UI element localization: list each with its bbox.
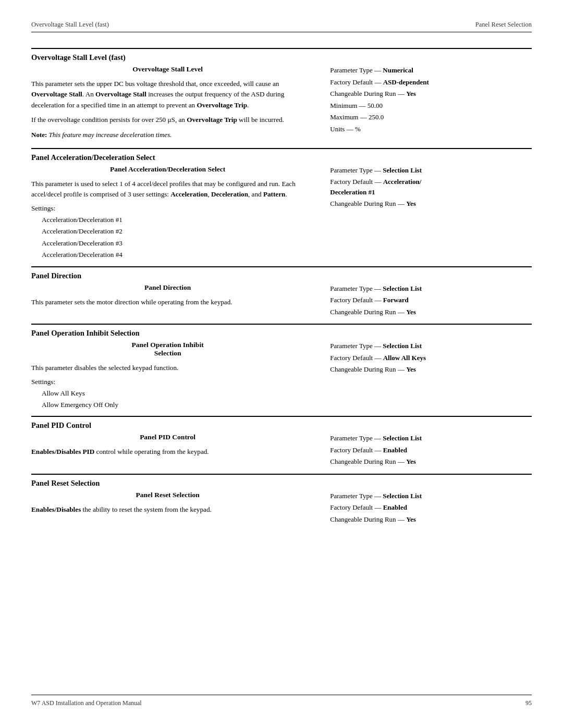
minimum-overvoltage: Minimum — 50.00 [330, 101, 532, 111]
header-right: Panel Reset Selection [475, 21, 532, 29]
units-overvoltage: Units — % [330, 124, 532, 134]
direction-desc1: This parameter sets the motor direction … [31, 297, 304, 307]
changeable-accel-decel: Changeable During Run — Yes [330, 199, 532, 209]
factory-default-inhibit: Factory Default — Allow All Keys [330, 353, 532, 363]
changeable-pid: Changeable During Run — Yes [330, 456, 532, 467]
right-col-pid: Parameter Type — Selection List Factory … [320, 433, 532, 468]
accel-decel-settings-list: Acceleration/Deceleration #1 Acceleratio… [31, 214, 304, 261]
overvoltage-note: Note: This feature may increase decelera… [31, 130, 304, 140]
section-content-inhibit: Panel Operation Inhibit Selection This p… [31, 341, 532, 416]
left-col-direction: Panel Direction This parameter sets the … [31, 283, 320, 319]
inhibit-desc1: This parameter disables the selected key… [31, 363, 304, 373]
section-panel-reset-selection: Panel Reset Selection Panel Reset Select… [31, 474, 532, 532]
left-col-pid: Panel PID Control Enables/Disables PID c… [31, 433, 320, 468]
right-col-accel-decel: Parameter Type — Selection List Factory … [320, 165, 532, 261]
left-col-inhibit: Panel Operation Inhibit Selection This p… [31, 341, 320, 411]
factory-default-reset: Factory Default — Enabled [330, 502, 532, 513]
header-left: Overvoltage Stall Level (fast) [31, 21, 109, 29]
section-content-direction: Panel Direction This parameter sets the … [31, 283, 532, 324]
changeable-overvoltage: Changeable During Run — Yes [330, 89, 532, 99]
reset-desc1: Enables/Disables the ability to reset th… [31, 504, 304, 515]
param-title-inhibit-line2: Selection [154, 349, 181, 357]
list-item: Allow Emergency Off Only [42, 399, 304, 411]
inhibit-settings-label: Settings: [31, 378, 304, 386]
param-type-accel-decel: Parameter Type — Selection List [330, 165, 532, 176]
factory-default-accel-decel: Factory Default — Acceleration/Decelerat… [330, 177, 532, 197]
section-panel-direction: Panel Direction Panel Direction This par… [31, 266, 532, 324]
section-title-overvoltage: Overvoltage Stall Level (fast) [31, 49, 532, 65]
factory-default-direction: Factory Default — Forward [330, 295, 532, 305]
page: Overvoltage Stall Level (fast) Panel Res… [0, 0, 563, 728]
param-title-accel-decel: Panel Acceleration/Deceleration Select [31, 165, 304, 174]
param-type-overvoltage: Parameter Type — Numerical [330, 65, 532, 76]
footer-right: 95 [525, 699, 532, 707]
section-overvoltage-stall: Overvoltage Stall Level (fast) Overvolta… [31, 48, 532, 148]
list-item: Acceleration/Deceleration #2 [42, 226, 304, 237]
section-content-pid: Panel PID Control Enables/Disables PID c… [31, 433, 532, 474]
param-title-overvoltage: Overvoltage Stall Level [31, 65, 304, 73]
section-content-reset: Panel Reset Selection Enables/Disables t… [31, 491, 532, 532]
section-panel-operation-inhibit: Panel Operation Inhibit Selection Panel … [31, 324, 532, 416]
footer-left: W7 ASD Installation and Operation Manual [31, 699, 142, 707]
changeable-reset: Changeable During Run — Yes [330, 514, 532, 525]
maximum-overvoltage: Maximum — 250.0 [330, 112, 532, 122]
section-title-direction: Panel Direction [31, 267, 532, 283]
page-footer: W7 ASD Installation and Operation Manual… [31, 695, 532, 707]
section-content-overvoltage: Overvoltage Stall Level This parameter s… [31, 65, 532, 148]
accel-decel-desc1: This parameter is used to select 1 of 4 … [31, 179, 304, 200]
list-item: Allow All Keys [42, 388, 304, 399]
right-col-inhibit: Parameter Type — Selection List Factory … [320, 341, 532, 411]
pid-desc1: Enables/Disables PID control while opera… [31, 447, 304, 457]
param-type-inhibit: Parameter Type — Selection List [330, 341, 532, 351]
accel-decel-settings-label: Settings: [31, 204, 304, 213]
param-type-reset: Parameter Type — Selection List [330, 491, 532, 501]
list-item: Acceleration/Deceleration #4 [42, 249, 304, 261]
param-type-pid: Parameter Type — Selection List [330, 433, 532, 443]
changeable-inhibit: Changeable During Run — Yes [330, 364, 532, 375]
param-title-pid: Panel PID Control [31, 433, 304, 441]
param-type-direction: Parameter Type — Selection List [330, 283, 532, 294]
section-content-accel-decel: Panel Acceleration/Deceleration Select T… [31, 165, 532, 266]
param-title-reset: Panel Reset Selection [31, 491, 304, 499]
overvoltage-desc2: If the overvoltage condition persists fo… [31, 115, 304, 125]
list-item: Acceleration/Deceleration #3 [42, 238, 304, 249]
left-col-accel-decel: Panel Acceleration/Deceleration Select T… [31, 165, 320, 261]
param-title-inhibit-line1: Panel Operation Inhibit [132, 341, 204, 349]
section-title-pid: Panel PID Control [31, 417, 532, 433]
right-col-direction: Parameter Type — Selection List Factory … [320, 283, 532, 319]
section-title-inhibit: Panel Operation Inhibit Selection [31, 325, 532, 341]
page-header: Overvoltage Stall Level (fast) Panel Res… [31, 21, 532, 32]
section-title-reset: Panel Reset Selection [31, 475, 532, 491]
overvoltage-desc1: This parameter sets the upper DC bus vol… [31, 79, 304, 110]
left-col-reset: Panel Reset Selection Enables/Disables t… [31, 491, 320, 526]
section-title-accel-decel: Panel Acceleration/Deceleration Select [31, 149, 532, 165]
section-panel-accel-decel: Panel Acceleration/Deceleration Select P… [31, 148, 532, 266]
left-col-overvoltage: Overvoltage Stall Level This parameter s… [31, 65, 320, 143]
right-col-overvoltage: Parameter Type — Numerical Factory Defau… [320, 65, 532, 143]
param-title-direction: Panel Direction [31, 283, 304, 292]
changeable-direction: Changeable During Run — Yes [330, 307, 532, 317]
factory-default-pid: Factory Default — Enabled [330, 445, 532, 455]
list-item: Acceleration/Deceleration #1 [42, 214, 304, 226]
param-title-inhibit: Panel Operation Inhibit Selection [31, 341, 304, 357]
factory-default-overvoltage: Factory Default — ASD-dependent [330, 77, 532, 88]
right-col-reset: Parameter Type — Selection List Factory … [320, 491, 532, 526]
inhibit-settings-list: Allow All Keys Allow Emergency Off Only [31, 388, 304, 411]
param-title-inhibit-wrapper: Panel Operation Inhibit Selection [31, 341, 304, 357]
section-panel-pid-control: Panel PID Control Panel PID Control Enab… [31, 416, 532, 474]
